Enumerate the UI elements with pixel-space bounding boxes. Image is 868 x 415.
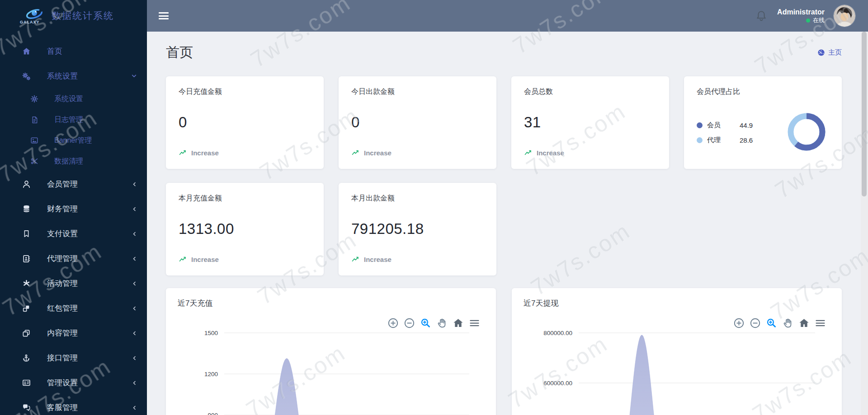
card-value: 0 xyxy=(179,114,311,131)
sidebar-item-payment-settings[interactable]: 支付设置 xyxy=(0,221,147,246)
legend-item-member: 会员 44.9 xyxy=(697,121,753,130)
database-icon xyxy=(21,204,32,214)
zoom-out-icon[interactable] xyxy=(749,317,761,329)
chevron-left-icon xyxy=(132,405,137,410)
app-title: 数据统计系统 xyxy=(52,9,114,22)
area-chart-withdraw: 800000.00600000.00 xyxy=(524,322,830,415)
y-axis-tick-label: 900 xyxy=(208,412,218,415)
trending-up-icon xyxy=(179,255,188,264)
gears-icon xyxy=(21,71,32,82)
sidebar-item-agent-management[interactable]: 代理管理 xyxy=(0,246,147,271)
sidebar-item-finance-management[interactable]: 财务管理 xyxy=(0,196,147,221)
sidebar-subitem-log-management[interactable]: 日志管理 xyxy=(0,109,147,130)
zoom-out-icon[interactable] xyxy=(403,317,415,329)
area-series xyxy=(579,335,815,415)
bell-icon[interactable] xyxy=(755,9,768,23)
copy-icon xyxy=(21,328,32,339)
sidebar-subitem-data-cleanup[interactable]: 数据清理 xyxy=(0,151,147,172)
sidebar-item-label: 财务管理 xyxy=(47,204,78,214)
id-card-icon xyxy=(21,378,32,388)
legend-dot xyxy=(697,137,703,143)
sidebar-item-label: 接口管理 xyxy=(47,353,78,363)
card-value: 1313.00 xyxy=(179,220,311,238)
sidebar-item-label: 管理设置 xyxy=(47,378,78,388)
menu-icon[interactable] xyxy=(468,317,481,329)
sidebar-item-label: 会员管理 xyxy=(47,179,78,189)
sidebar-item-system-settings[interactable]: 系统设置 xyxy=(0,64,147,89)
chevron-left-icon xyxy=(132,355,137,361)
stat-card-month-payout: 本月出款金额 791205.18 Increase xyxy=(339,183,496,275)
card-title: 会员代理占比 xyxy=(697,87,829,97)
sidebar-item-redpacket-management[interactable]: 红包管理 xyxy=(0,296,147,321)
y-axis-tick-label: 1500 xyxy=(204,330,218,336)
anchor-icon xyxy=(21,353,32,364)
selection-zoom-icon[interactable] xyxy=(420,317,432,329)
avatar[interactable] xyxy=(834,5,855,27)
file-text-icon xyxy=(29,114,40,125)
pan-icon[interactable] xyxy=(782,317,794,329)
zoom-in-icon[interactable] xyxy=(733,317,745,329)
user-name: Administrator xyxy=(777,8,825,17)
hamburger-icon[interactable] xyxy=(159,12,169,19)
y-axis-tick-label: 800000.00 xyxy=(543,330,572,336)
topbar: Administrator 在线 xyxy=(147,0,868,32)
sidebar-item-label: 代理管理 xyxy=(47,253,78,264)
sidebar-subitem-banner-management[interactable]: Banner管理 xyxy=(0,130,147,151)
sidebar-item-api-management[interactable]: 接口管理 xyxy=(0,345,147,370)
legend-value: 44.9 xyxy=(740,121,753,129)
chevron-left-icon xyxy=(132,182,137,187)
card-title: 本月出款金额 xyxy=(351,194,484,203)
trending-up-icon xyxy=(179,148,188,157)
y-axis-tick-label: 1200 xyxy=(204,371,218,378)
card-value: 0 xyxy=(351,114,484,131)
chart-plot-area: 15001200900 xyxy=(178,322,484,415)
sidebar-item-label: 活动管理 xyxy=(47,278,78,289)
chevron-down-icon xyxy=(131,73,137,79)
logo-text: GALAXY xyxy=(20,20,40,24)
chart-title: 近7天充值 xyxy=(178,298,484,308)
home-icon xyxy=(21,46,32,57)
stat-card-today-payout: 今日出款金额 0 Increase xyxy=(339,76,496,169)
breadcrumb-label: 主页 xyxy=(828,48,842,57)
sidebar-item-content-management[interactable]: 内容管理 xyxy=(0,321,147,345)
user-info[interactable]: Administrator 在线 xyxy=(777,8,825,24)
stat-card-member-total: 会员总数 31 Increase xyxy=(511,76,669,169)
breadcrumb-home-link[interactable]: 主页 xyxy=(817,48,842,57)
card-title: 今日充值金额 xyxy=(179,87,311,97)
card-title: 会员总数 xyxy=(524,87,656,97)
sidebar-item-activity-management[interactable]: 活动管理 xyxy=(0,271,147,296)
card-title: 本月充值金额 xyxy=(179,194,311,203)
legend-label: 代理 xyxy=(707,136,721,145)
trending-up-icon xyxy=(351,255,360,264)
sidebar-item-label: 内容管理 xyxy=(47,328,78,338)
main-content: 首页 主页 今日充值金额 0 Increase 今日出款 xyxy=(147,32,861,415)
sidebar-item-label: 数据清理 xyxy=(54,157,83,166)
zoom-in-icon[interactable] xyxy=(387,317,399,329)
trending-up-icon xyxy=(524,148,533,157)
sidebar: GALAXY 数据统计系统 首页系统设置系统设置日志管理Banner管理数据清理… xyxy=(0,0,147,415)
page-title: 首页 xyxy=(166,43,193,62)
user-icon xyxy=(21,179,32,190)
reset-zoom-icon[interactable] xyxy=(798,317,810,329)
card-value: 31 xyxy=(524,114,656,131)
sidebar-item-member-management[interactable]: 会员管理 xyxy=(0,172,147,196)
menu-icon[interactable] xyxy=(814,317,826,329)
donut-chart xyxy=(785,110,828,155)
sidebar-subitem-system-settings-sub[interactable]: 系统设置 xyxy=(0,89,147,109)
reset-zoom-icon[interactable] xyxy=(452,317,464,329)
scrollbar-thumb[interactable] xyxy=(862,32,867,196)
user-status: 在线 xyxy=(813,17,825,24)
scrollbar-track[interactable] xyxy=(861,32,868,415)
selection-zoom-icon[interactable] xyxy=(765,317,778,329)
sidebar-item-label: 首页 xyxy=(47,46,62,56)
sidebar-item-service-management[interactable]: 客服管理 xyxy=(0,395,147,415)
sidebar-item-label: 系统设置 xyxy=(54,94,83,104)
sidebar-item-home[interactable]: 首页 xyxy=(0,39,147,64)
sidebar-item-admin-settings[interactable]: 管理设置 xyxy=(0,370,147,395)
y-axis-tick-label: 600000.00 xyxy=(543,380,572,387)
bookmark-icon xyxy=(21,228,32,239)
pan-icon[interactable] xyxy=(436,317,448,329)
card-footer-label: Increase xyxy=(364,149,392,157)
chevron-left-icon xyxy=(132,306,137,311)
sidebar-item-label: 日志管理 xyxy=(54,115,83,125)
